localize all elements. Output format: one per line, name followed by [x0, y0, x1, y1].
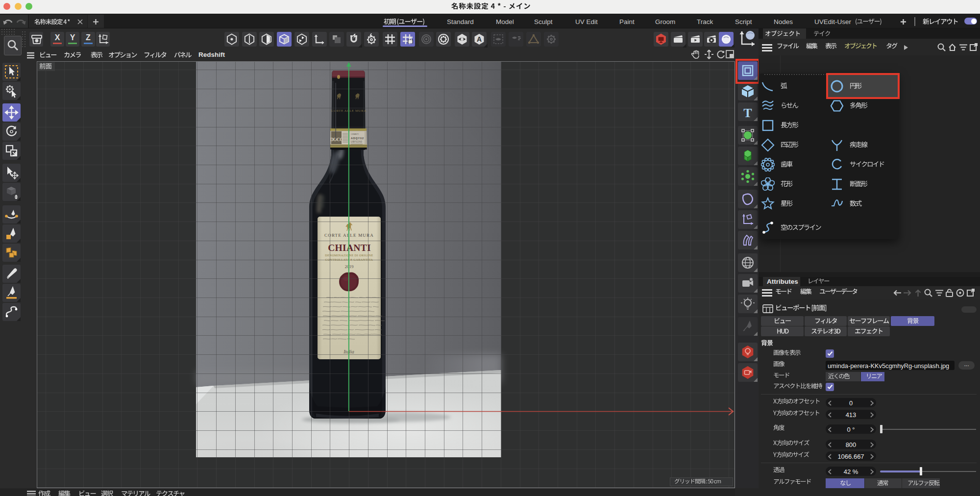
svg-text:T: T: [743, 106, 752, 119]
svg-text:A: A: [477, 35, 482, 43]
